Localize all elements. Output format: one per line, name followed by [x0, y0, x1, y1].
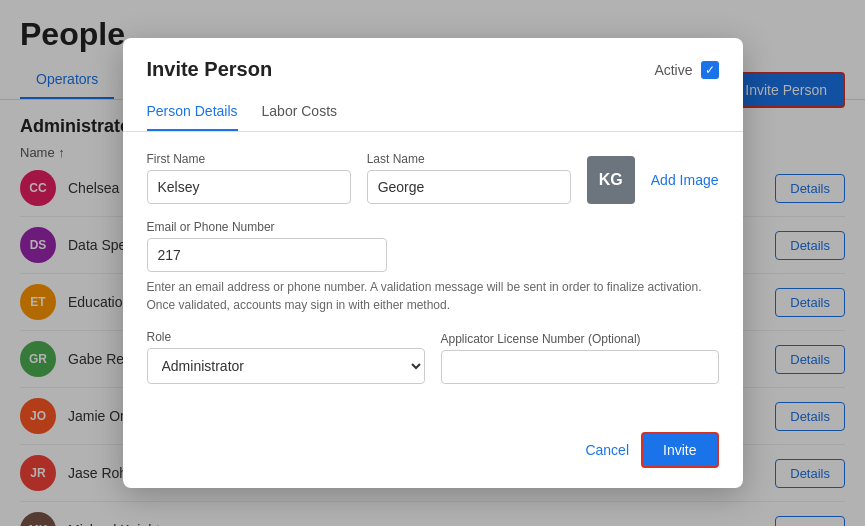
add-image-link[interactable]: Add Image — [651, 172, 719, 188]
first-name-input[interactable] — [147, 170, 351, 204]
helper-text: Enter an email address or phone number. … — [147, 278, 719, 314]
role-group: Role Administrator Operator Manager — [147, 330, 425, 384]
role-select[interactable]: Administrator Operator Manager — [147, 348, 425, 384]
role-label: Role — [147, 330, 425, 344]
cancel-button[interactable]: Cancel — [585, 442, 629, 458]
modal-active-section: Active — [654, 61, 718, 79]
avatar-initials: KG — [587, 156, 635, 204]
active-label: Active — [654, 62, 692, 78]
first-name-label: First Name — [147, 152, 351, 166]
license-input[interactable] — [441, 350, 719, 384]
email-group: Email or Phone Number — [147, 220, 719, 272]
tab-person-details[interactable]: Person Details — [147, 93, 238, 131]
avatar-section: KG Add Image — [587, 156, 719, 204]
last-name-label: Last Name — [367, 152, 571, 166]
modal-overlay: Invite Person Active Person Details Labo… — [0, 0, 865, 526]
modal-tabs: Person Details Labor Costs — [123, 93, 743, 132]
license-group: Applicator License Number (Optional) — [441, 332, 719, 384]
page-background: People Operators Manage Administrators N… — [0, 0, 865, 526]
active-checkbox[interactable] — [701, 61, 719, 79]
modal-title: Invite Person — [147, 58, 273, 81]
email-input[interactable] — [147, 238, 387, 272]
email-label: Email or Phone Number — [147, 220, 719, 234]
invite-button[interactable]: Invite — [641, 432, 718, 468]
modal-body: First Name Last Name KG Add Image Email … — [123, 132, 743, 420]
role-license-row: Role Administrator Operator Manager Appl… — [147, 330, 719, 384]
modal: Invite Person Active Person Details Labo… — [123, 38, 743, 488]
name-row: First Name Last Name KG Add Image — [147, 152, 719, 204]
last-name-input[interactable] — [367, 170, 571, 204]
license-label: Applicator License Number (Optional) — [441, 332, 719, 346]
first-name-group: First Name — [147, 152, 351, 204]
modal-header: Invite Person Active — [123, 38, 743, 81]
last-name-group: Last Name — [367, 152, 571, 204]
modal-footer: Cancel Invite — [123, 420, 743, 488]
tab-labor-costs[interactable]: Labor Costs — [262, 93, 337, 131]
